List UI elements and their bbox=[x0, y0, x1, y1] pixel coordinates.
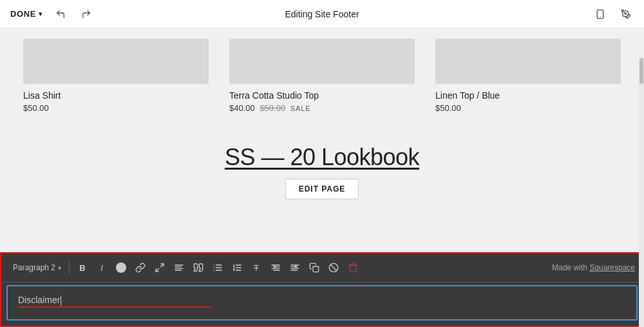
text-color-button[interactable] bbox=[112, 259, 130, 277]
product-image-1 bbox=[23, 39, 209, 84]
ordered-list-icon bbox=[232, 263, 242, 273]
pen-icon bbox=[621, 9, 631, 19]
product-price-3: $50.00 bbox=[435, 103, 621, 113]
top-bar-left: DONE ▾ bbox=[10, 6, 94, 22]
indent-increase-icon bbox=[290, 263, 300, 273]
editor-toolbar: Paragraph 2 ▾ B I bbox=[1, 253, 643, 282]
indent-decrease-icon bbox=[270, 263, 281, 273]
scrollbar[interactable] bbox=[639, 57, 644, 327]
editor-text: Disclaimer bbox=[18, 295, 60, 305]
products-area: Lisa Shirt $50.00 Terra Cotta Studio Top… bbox=[0, 28, 644, 118]
product-image-2 bbox=[229, 39, 415, 84]
copy-button[interactable] bbox=[305, 259, 323, 277]
footer-editing-area: Paragraph 2 ▾ B I bbox=[0, 252, 644, 327]
italic-button[interactable]: I bbox=[93, 259, 111, 277]
redo-button[interactable] bbox=[79, 6, 94, 22]
mobile-icon bbox=[595, 9, 605, 19]
lookbook-title: SS — 20 Lookbook bbox=[13, 144, 631, 171]
svg-line-28 bbox=[330, 264, 336, 270]
done-label: DONE bbox=[10, 9, 36, 19]
svg-line-4 bbox=[156, 268, 159, 272]
product-name-1: Lisa Shirt bbox=[23, 90, 209, 101]
product-name-3: Linen Top / Blue bbox=[435, 90, 621, 101]
redo-icon bbox=[81, 9, 91, 19]
product-card-1: Lisa Shirt $50.00 bbox=[13, 34, 219, 118]
product-price-1: $50.00 bbox=[23, 103, 209, 113]
undo-icon bbox=[55, 9, 66, 19]
product-image-3 bbox=[435, 39, 621, 84]
unordered-list-button[interactable] bbox=[209, 259, 227, 277]
svg-line-3 bbox=[160, 264, 164, 267]
clear-icon bbox=[328, 263, 339, 273]
sale-badge-2: SALE bbox=[290, 104, 311, 112]
paragraph-style-select[interactable]: Paragraph 2 ▾ bbox=[9, 261, 65, 275]
svg-rect-26 bbox=[313, 266, 319, 272]
svg-rect-0 bbox=[597, 10, 603, 18]
bold-button[interactable]: B bbox=[73, 259, 91, 277]
link-button[interactable] bbox=[131, 259, 149, 277]
page-title: Editing Site Footer bbox=[285, 9, 359, 19]
lookbook-section: SS — 20 Lookbook EDIT PAGE bbox=[0, 118, 644, 219]
top-bar: DONE ▾ Editing Site Footer bbox=[0, 0, 644, 28]
resize-button[interactable] bbox=[151, 259, 169, 277]
chevron-down-icon: ▾ bbox=[58, 264, 61, 272]
copy-icon bbox=[309, 263, 319, 273]
indent-decrease-button[interactable] bbox=[267, 259, 285, 277]
clear-format-button[interactable] bbox=[325, 259, 343, 277]
product-price-2: $40.00 $50.00 SALE bbox=[229, 103, 415, 113]
ordered-list-button[interactable] bbox=[228, 259, 246, 277]
paragraph-style-label: Paragraph 2 bbox=[13, 263, 55, 272]
squarespace-link[interactable]: Squarespace bbox=[589, 263, 635, 272]
undo-button[interactable] bbox=[53, 6, 68, 22]
done-button[interactable]: DONE ▾ bbox=[10, 9, 43, 19]
list-icon bbox=[213, 263, 223, 273]
top-bar-right bbox=[592, 6, 634, 22]
product-name-2: Terra Cotta Studio Top bbox=[229, 90, 415, 101]
delete-button[interactable] bbox=[344, 259, 362, 277]
blockquote-button[interactable] bbox=[189, 259, 207, 277]
strikethrough-icon: T bbox=[254, 263, 259, 273]
editor-cursor bbox=[61, 295, 61, 306]
edit-page-button[interactable]: EDIT PAGE bbox=[285, 179, 359, 199]
link-icon bbox=[135, 263, 146, 273]
align-left-icon bbox=[174, 263, 184, 273]
quote-icon bbox=[193, 263, 204, 273]
align-button[interactable] bbox=[170, 259, 188, 277]
main-content: Lisa Shirt $50.00 Terra Cotta Studio Top… bbox=[0, 28, 644, 327]
product-card-2: Terra Cotta Studio Top $40.00 $50.00 SAL… bbox=[219, 34, 425, 118]
spell-check-underline bbox=[18, 306, 211, 308]
mobile-preview-button[interactable] bbox=[592, 6, 608, 22]
text-color-icon bbox=[116, 263, 126, 273]
made-with: Made with Squarespace bbox=[552, 263, 635, 272]
indent-increase-button[interactable] bbox=[286, 259, 304, 277]
pen-tool-button[interactable] bbox=[618, 6, 634, 22]
product-price-original-2: $50.00 bbox=[260, 103, 285, 113]
text-editor-area[interactable]: Disclaimer bbox=[6, 285, 638, 321]
trash-icon bbox=[348, 263, 358, 273]
toolbar-divider-1 bbox=[69, 261, 70, 274]
scrollbar-thumb[interactable] bbox=[639, 58, 643, 84]
svg-point-2 bbox=[625, 13, 627, 15]
chevron-down-icon: ▾ bbox=[39, 10, 43, 17]
expand-icon bbox=[155, 263, 165, 273]
product-card-3: Linen Top / Blue $50.00 bbox=[425, 34, 631, 118]
strikethrough-button[interactable]: T bbox=[247, 259, 265, 277]
